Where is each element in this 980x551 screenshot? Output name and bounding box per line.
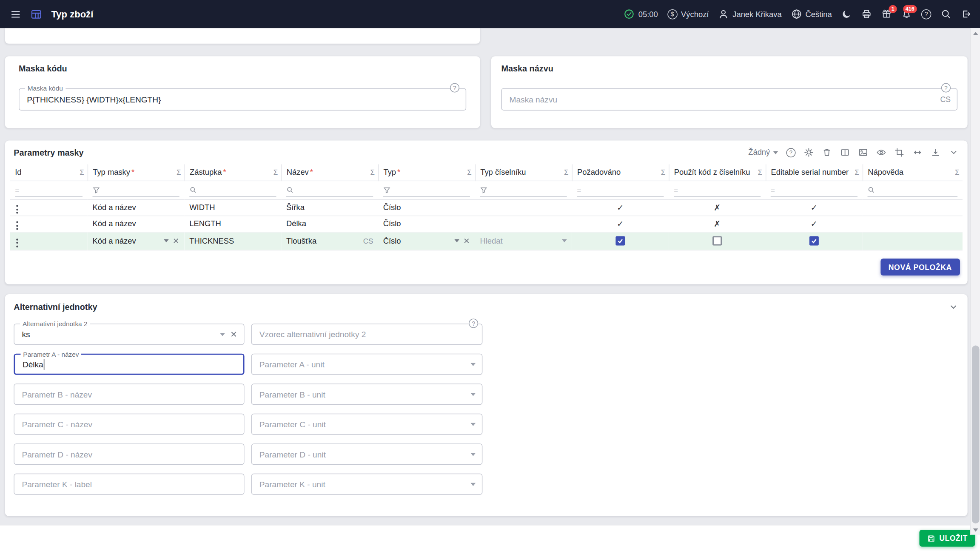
help-icon[interactable]: ?: [450, 83, 459, 92]
scrollbar-thumb[interactable]: [972, 346, 980, 524]
dark-mode-icon[interactable]: [841, 9, 852, 20]
hamburger-menu-icon[interactable]: [10, 9, 21, 20]
column-header-nazev[interactable]: Název*Σ: [281, 164, 378, 180]
maska-kodu-input[interactable]: [20, 89, 466, 110]
vertical-scrollbar[interactable]: [970, 28, 980, 535]
column-header-napoveda[interactable]: NápovědaΣ: [863, 164, 963, 180]
checkbox-pozadovano[interactable]: [615, 236, 625, 245]
row-menu-icon[interactable]: [15, 220, 19, 231]
edit-nazev-value[interactable]: Tloušťka: [286, 236, 359, 245]
user-menu[interactable]: Janek Křikava: [718, 9, 781, 20]
column-header-typ-masky[interactable]: Typ masky*Σ: [88, 164, 185, 180]
collapse-chevron-icon[interactable]: [948, 302, 959, 312]
scroll-down-arrow[interactable]: [971, 525, 980, 535]
equals-filter-icon[interactable]: =: [15, 186, 19, 193]
checkbox-editable-serial[interactable]: [809, 236, 819, 245]
maska-nazvu-input[interactable]: [502, 89, 940, 110]
sigma-icon[interactable]: Σ: [955, 168, 959, 176]
filter-input-zastupka[interactable]: [200, 184, 276, 195]
scroll-up-arrow[interactable]: [971, 28, 980, 38]
help-icon[interactable]: ?: [469, 318, 478, 328]
edit-typ-masky-value[interactable]: Kód a název: [92, 236, 160, 245]
table-row-editing[interactable]: Kód a název THICKNESS TloušťkaCS Číslo H…: [10, 232, 963, 250]
param-c-unit-select[interactable]: [252, 414, 470, 434]
help-icon[interactable]: ?: [921, 9, 932, 19]
filter-input-id[interactable]: [23, 184, 83, 195]
equals-filter-icon[interactable]: =: [577, 186, 581, 193]
new-item-button[interactable]: NOVÁ POLOŽKA: [880, 258, 960, 276]
row-menu-icon[interactable]: [15, 204, 19, 215]
sigma-icon[interactable]: Σ: [758, 168, 762, 176]
fit-width-icon[interactable]: [912, 148, 923, 158]
chevron-down-icon[interactable]: [470, 453, 476, 456]
chevron-down-icon[interactable]: [470, 363, 476, 366]
collapse-chevron-icon[interactable]: [949, 148, 959, 158]
filter-input-typ-ciselniku[interactable]: [490, 184, 567, 195]
column-header-pouzit-kod[interactable]: Použít kód z číselníkuΣ: [669, 164, 766, 180]
column-header-editable-serial[interactable]: Editable serial numberΣ: [766, 164, 863, 180]
sigma-icon[interactable]: Σ: [661, 168, 665, 176]
download-icon[interactable]: [931, 148, 941, 158]
help-icon[interactable]: ?: [941, 83, 951, 92]
trash-icon[interactable]: [822, 148, 832, 158]
image-icon[interactable]: [858, 148, 868, 158]
column-header-pozadovano[interactable]: PožadovánoΣ: [572, 164, 669, 180]
filter-input-pozadovano[interactable]: [584, 184, 664, 195]
funnel-filter-icon[interactable]: [383, 186, 391, 193]
filter-input-napoveda[interactable]: [878, 184, 957, 195]
search-filter-icon[interactable]: [286, 186, 294, 193]
edit-zastupka-value[interactable]: THICKNESS: [184, 232, 281, 250]
logout-icon[interactable]: [960, 9, 971, 20]
checkbox-pouzit-kod[interactable]: [712, 236, 722, 245]
filter-input-editable-serial[interactable]: [778, 184, 858, 195]
save-button[interactable]: ULOŽIT: [919, 530, 975, 547]
chevron-down-icon[interactable]: [454, 239, 459, 242]
gift-icon[interactable]: 1: [881, 9, 892, 20]
param-k-unit-select[interactable]: [252, 474, 470, 494]
filter-input-typ[interactable]: [394, 184, 470, 195]
search-icon[interactable]: [940, 9, 951, 20]
crop-icon[interactable]: [895, 148, 905, 158]
column-header-zastupka[interactable]: Zástupka*Σ: [184, 164, 281, 180]
row-menu-icon[interactable]: [15, 237, 19, 248]
funnel-filter-icon[interactable]: [480, 186, 487, 193]
chevron-down-icon[interactable]: [470, 393, 476, 396]
search-filter-icon[interactable]: [189, 186, 197, 193]
session-timer[interactable]: 05:00: [624, 9, 658, 20]
chevron-down-icon[interactable]: [470, 423, 476, 426]
chevron-down-icon[interactable]: [470, 483, 476, 486]
param-b-name-input[interactable]: [14, 384, 244, 404]
param-c-name-input[interactable]: [14, 414, 244, 434]
filter-input-nazev[interactable]: [297, 184, 373, 195]
eye-icon[interactable]: [876, 148, 886, 158]
sigma-icon[interactable]: Σ: [467, 168, 471, 176]
columns-icon[interactable]: [840, 148, 850, 158]
clear-icon[interactable]: [173, 237, 179, 244]
clear-icon[interactable]: [463, 237, 470, 244]
edit-typ-ciselniku-search[interactable]: Hledat: [480, 236, 558, 245]
table-row[interactable]: Kód a název LENGTH Délka Číslo ✓ ✗ ✓: [10, 216, 963, 232]
param-a-unit-select[interactable]: [252, 354, 470, 374]
sigma-icon[interactable]: Σ: [564, 168, 568, 176]
param-d-unit-select[interactable]: [252, 444, 470, 464]
filter-input-pouzit-kod[interactable]: [681, 184, 761, 195]
sigma-icon[interactable]: Σ: [855, 168, 859, 176]
equals-filter-icon[interactable]: =: [771, 186, 775, 193]
param-a-name-field[interactable]: Parametr A - název Délka: [14, 354, 244, 375]
column-header-id[interactable]: IdΣ: [10, 164, 88, 180]
funnel-filter-icon[interactable]: [92, 186, 100, 193]
table-row[interactable]: Kód a název WIDTH Šířka Číslo ✓ ✗ ✓: [10, 199, 963, 216]
clear-icon[interactable]: [230, 330, 238, 338]
equals-filter-icon[interactable]: =: [674, 186, 678, 193]
notifications-bell-icon[interactable]: 416: [901, 9, 912, 20]
sigma-icon[interactable]: Σ: [80, 168, 84, 176]
edit-typ-value[interactable]: Číslo: [383, 236, 451, 245]
sigma-icon[interactable]: Σ: [177, 168, 181, 176]
settings-gear-icon[interactable]: [804, 148, 814, 158]
printer-icon[interactable]: [861, 9, 872, 20]
sigma-icon[interactable]: Σ: [370, 168, 374, 176]
param-d-name-input[interactable]: [14, 444, 244, 464]
help-icon[interactable]: ?: [786, 148, 795, 157]
table-module-icon[interactable]: [31, 9, 42, 20]
language-selector[interactable]: Čeština: [791, 9, 832, 20]
